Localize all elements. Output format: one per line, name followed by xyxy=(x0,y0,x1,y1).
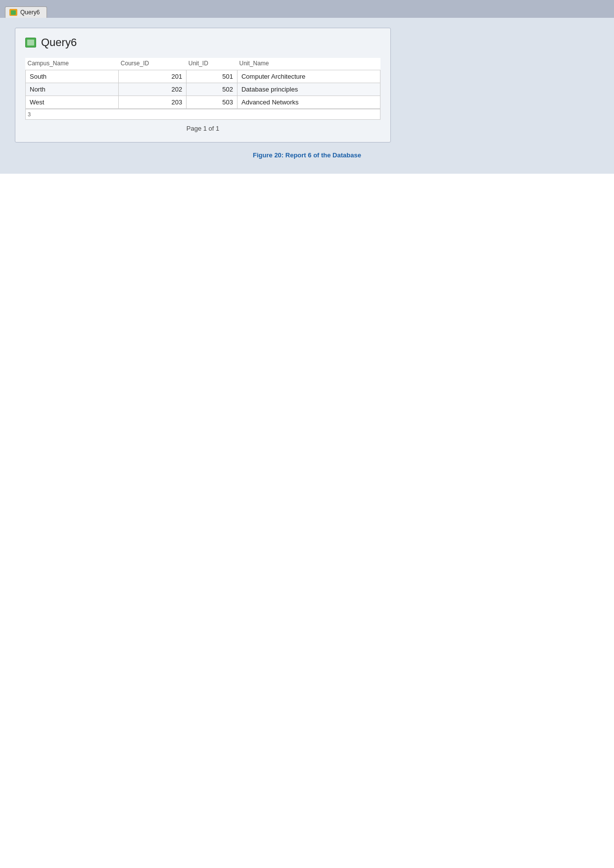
query-window: Query6 Campus_Name Course_ID Unit_ID Uni… xyxy=(15,28,391,143)
cell-unit-id: 503 xyxy=(187,96,237,109)
new-row-number: 3 xyxy=(28,111,31,117)
cell-unit-id: 501 xyxy=(187,70,237,83)
cell-campus-name: West xyxy=(26,96,119,109)
query-result-table: Campus_Name Course_ID Unit_ID Unit_Name … xyxy=(25,58,380,109)
cell-course-id: 203 xyxy=(119,96,187,109)
cell-unit-name: Computer Architecture xyxy=(237,70,380,83)
table-row: North202502Database principles xyxy=(26,83,380,96)
cell-unit-id: 502 xyxy=(187,83,237,96)
figure-caption: Figure 20: Report 6 of the Database xyxy=(15,151,599,159)
query-window-title: Query6 xyxy=(41,36,77,49)
col-header-campus-name: Campus_Name xyxy=(26,58,119,70)
cell-campus-name: South xyxy=(26,70,119,83)
cell-unit-name: Database principles xyxy=(237,83,380,96)
pagination-label: Page 1 of 1 xyxy=(25,125,380,132)
tab-bar: Query6 xyxy=(0,0,614,18)
new-row-bar[interactable]: 3 xyxy=(25,109,380,120)
table-header-row: Campus_Name Course_ID Unit_ID Unit_Name xyxy=(26,58,380,70)
col-header-unit-id: Unit_ID xyxy=(187,58,237,70)
cell-course-id: 201 xyxy=(119,70,187,83)
col-header-course-id: Course_ID xyxy=(119,58,187,70)
tab-db-icon xyxy=(9,9,17,16)
cell-campus-name: North xyxy=(26,83,119,96)
table-row: West203503Advanced Networks xyxy=(26,96,380,109)
query6-tab[interactable]: Query6 xyxy=(5,6,47,18)
main-panel: Query6 Campus_Name Course_ID Unit_ID Uni… xyxy=(0,18,614,174)
query-window-icon xyxy=(25,38,36,48)
query-title-row: Query6 xyxy=(25,36,380,49)
tab-label: Query6 xyxy=(20,9,40,16)
cell-unit-name: Advanced Networks xyxy=(237,96,380,109)
table-row: South201501Computer Architecture xyxy=(26,70,380,83)
cell-course-id: 202 xyxy=(119,83,187,96)
col-header-unit-name: Unit_Name xyxy=(237,58,380,70)
